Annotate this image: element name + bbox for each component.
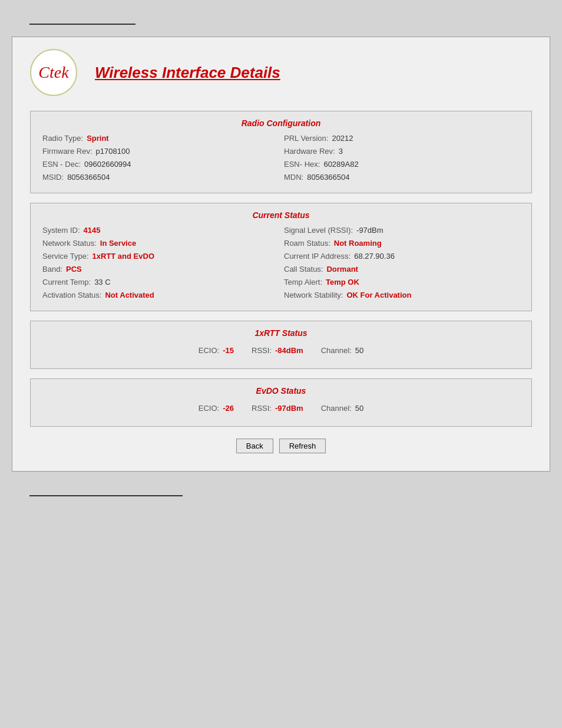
rtt-ecio-row: ECIO: -15 [199,346,234,355]
buttons-area: Back Refresh [30,439,532,453]
radio-config-title: Radio Configuration [42,118,520,128]
current-temp-label: Current Temp: [42,278,91,286]
signal-level-row: Signal Level (RSSI): -97dBm [284,226,520,235]
rtt-status-section: 1xRTT Status ECIO: -15 RSSI: -84dBm Chan… [30,321,532,369]
evdo-ecio-row: ECIO: -26 [199,404,234,413]
logo-text: Ctek [38,63,68,82]
hardware-rev-label: Hardware Rev: [284,147,335,156]
temp-alert-row: Temp Alert: Temp OK [284,278,520,286]
call-status-row: Call Status: Dormant [284,265,520,274]
evdo-channel-value: 50 [355,404,363,413]
rtt-rssi-label: RSSI: [252,346,272,355]
current-status-grid: System ID: 4145 Signal Level (RSSI): -97… [42,226,520,301]
radio-type-row: Radio Type: Sprint [42,134,278,143]
current-temp-value: 33 C [94,278,110,286]
evdo-rssi-row: RSSI: -97dBm [252,404,303,413]
evdo-status-row: ECIO: -26 RSSI: -97dBm Channel: 50 [42,401,520,417]
network-stability-value: OK For Activation [346,291,411,299]
hardware-rev-row: Hardware Rev: 3 [284,147,520,156]
firmware-rev-row: Firmware Rev: p1708100 [42,147,278,156]
system-id-label: System ID: [42,226,80,235]
system-id-value: 4145 [84,226,101,235]
current-status-section: Current Status System ID: 4145 Signal Le… [30,203,532,311]
service-type-row: Service Type: 1xRTT and EvDO [42,252,278,261]
prl-version-value: 20212 [332,134,353,143]
roam-status-label: Roam Status: [284,239,330,248]
activation-status-value: Not Activated [105,291,154,299]
header-area: Ctek Wireless Interface Details [30,49,532,96]
service-type-value: 1xRTT and EvDO [92,252,154,261]
roam-status-row: Roam Status: Not Roaming [284,239,520,248]
esn-hex-value: 60289A82 [323,160,358,169]
msid-label: MSID: [42,173,64,182]
logo-circle: Ctek [30,49,77,96]
msid-row: MSID: 8056366504 [42,173,278,182]
network-status-value: In Service [100,239,136,248]
evdo-channel-label: Channel: [321,404,352,413]
temp-alert-value: Temp OK [326,278,359,286]
call-status-value: Dormant [326,265,358,274]
evdo-ecio-value: -26 [223,404,234,413]
radio-config-section: Radio Configuration Radio Type: Sprint P… [30,111,532,193]
radio-type-label: Radio Type: [42,134,83,143]
rtt-channel-value: 50 [355,346,363,355]
network-status-label: Network Status: [42,239,97,248]
firmware-rev-label: Firmware Rev: [42,147,92,156]
prl-version-row: PRL Version: 20212 [284,134,520,143]
current-ip-label: Current IP Address: [284,252,351,261]
evdo-ecio-label: ECIO: [199,404,219,413]
refresh-button[interactable]: Refresh [279,439,326,453]
band-row: Band: PCS [42,265,278,274]
band-value: PCS [66,265,82,274]
activation-status-label: Activation Status: [42,291,101,299]
rtt-status-title: 1xRTT Status [42,328,520,338]
esn-hex-label: ESN- Hex: [284,160,320,169]
band-label: Band: [42,265,62,274]
roam-status-value: Not Roaming [334,239,382,248]
rtt-ecio-value: -15 [223,346,234,355]
activation-status-row: Activation Status: Not Activated [42,291,278,299]
mdn-value: 8056366504 [307,173,349,182]
current-temp-row: Current Temp: 33 C [42,278,278,286]
firmware-rev-value: p1708100 [96,147,130,156]
rtt-channel-label: Channel: [321,346,352,355]
prl-version-label: PRL Version: [284,134,328,143]
rtt-rssi-value: -84dBm [275,346,303,355]
evdo-rssi-value: -97dBm [275,404,303,413]
radio-config-grid: Radio Type: Sprint PRL Version: 20212 Fi… [42,134,520,183]
back-button[interactable]: Back [236,439,273,453]
radio-type-value: Sprint [87,134,109,143]
top-line [29,24,135,25]
network-status-row: Network Status: In Service [42,239,278,248]
page-title: Wireless Interface Details [95,64,280,82]
system-id-row: System ID: 4145 [42,226,278,235]
network-stability-row: Network Stability: OK For Activation [284,291,520,299]
signal-level-label: Signal Level (RSSI): [284,226,353,235]
evdo-channel-row: Channel: 50 [321,404,364,413]
network-stability-label: Network Stability: [284,291,343,299]
rtt-rssi-row: RSSI: -84dBm [252,346,303,355]
main-box: Ctek Wireless Interface Details Radio Co… [12,37,550,472]
current-ip-row: Current IP Address: 68.27.90.36 [284,252,520,261]
evdo-status-section: EvDO Status ECIO: -26 RSSI: -97dBm Chann… [30,378,532,427]
rtt-status-row: ECIO: -15 RSSI: -84dBm Channel: 50 [42,344,520,359]
hardware-rev-value: 3 [339,147,343,156]
signal-level-value: -97dBm [356,226,384,235]
esn-dec-value: 09602660994 [84,160,131,169]
current-ip-value: 68.27.90.36 [354,252,395,261]
evdo-rssi-label: RSSI: [252,404,272,413]
msid-value: 8056366504 [67,173,110,182]
esn-dec-label: ESN - Dec: [42,160,81,169]
mdn-label: MDN: [284,173,303,182]
bottom-line [29,495,183,496]
current-status-title: Current Status [42,210,520,220]
esn-hex-row: ESN- Hex: 60289A82 [284,160,520,169]
evdo-status-title: EvDO Status [42,386,520,396]
esn-dec-row: ESN - Dec: 09602660994 [42,160,278,169]
page-wrapper: Ctek Wireless Interface Details Radio Co… [0,0,562,728]
service-type-label: Service Type: [42,252,89,261]
rtt-ecio-label: ECIO: [199,346,219,355]
rtt-channel-row: Channel: 50 [321,346,364,355]
temp-alert-label: Temp Alert: [284,278,322,286]
call-status-label: Call Status: [284,265,323,274]
